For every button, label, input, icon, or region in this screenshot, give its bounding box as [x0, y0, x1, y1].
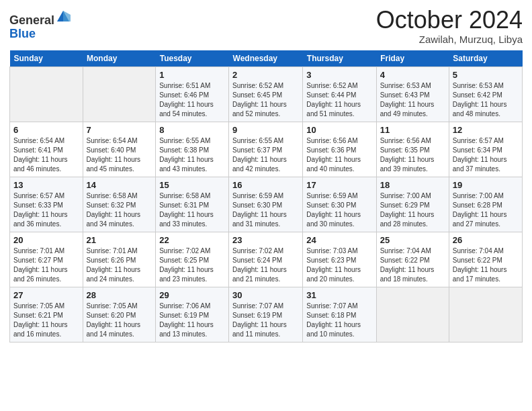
day-info: Sunrise: 7:02 AMSunset: 6:25 PMDaylight:… [159, 246, 225, 284]
header-friday: Friday [376, 50, 449, 67]
cell-w5-d6 [376, 287, 449, 342]
cell-w4-d5: 24Sunrise: 7:03 AMSunset: 6:23 PMDayligh… [303, 232, 376, 287]
logo-blue-text: Blue [9, 27, 36, 40]
day-info: Sunrise: 6:52 AMSunset: 6:45 PMDaylight:… [232, 81, 299, 119]
day-number: 31 [306, 290, 372, 300]
day-info: Sunrise: 6:55 AMSunset: 6:38 PMDaylight:… [159, 136, 225, 174]
cell-w2-d7: 12Sunrise: 6:57 AMSunset: 6:34 PMDayligh… [449, 122, 522, 177]
day-info: Sunrise: 6:59 AMSunset: 6:30 PMDaylight:… [232, 191, 299, 229]
day-number: 21 [87, 235, 152, 245]
cell-w3-d1: 13Sunrise: 6:57 AMSunset: 6:33 PMDayligh… [10, 177, 83, 232]
cell-w3-d7: 19Sunrise: 7:00 AMSunset: 6:28 PMDayligh… [449, 177, 522, 232]
day-info: Sunrise: 7:00 AMSunset: 6:29 PMDaylight:… [380, 191, 445, 229]
cell-w5-d5: 31Sunrise: 7:07 AMSunset: 6:18 PMDayligh… [303, 287, 376, 342]
header-saturday: Saturday [449, 50, 522, 67]
cell-w2-d3: 8Sunrise: 6:55 AMSunset: 6:38 PMDaylight… [156, 122, 229, 177]
day-number: 7 [87, 125, 152, 135]
cell-w2-d4: 9Sunrise: 6:55 AMSunset: 6:37 PMDaylight… [229, 122, 303, 177]
cell-w3-d4: 16Sunrise: 6:59 AMSunset: 6:30 PMDayligh… [229, 177, 303, 232]
logo-general-text: General [9, 13, 54, 27]
day-number: 18 [380, 180, 445, 190]
cell-w1-d2 [83, 66, 156, 122]
day-info: Sunrise: 6:56 AMSunset: 6:35 PMDaylight:… [380, 136, 445, 174]
day-number: 8 [159, 125, 225, 135]
day-info: Sunrise: 7:01 AMSunset: 6:27 PMDaylight:… [13, 246, 79, 284]
logo-icon [56, 9, 71, 24]
weekday-header-row: Sunday Monday Tuesday Wednesday Thursday… [10, 50, 523, 67]
cell-w3-d5: 17Sunrise: 6:59 AMSunset: 6:30 PMDayligh… [303, 177, 376, 232]
day-info: Sunrise: 6:57 AMSunset: 6:33 PMDaylight:… [13, 191, 79, 229]
day-number: 26 [453, 235, 519, 245]
day-number: 16 [232, 180, 299, 190]
day-info: Sunrise: 6:58 AMSunset: 6:31 PMDaylight:… [159, 191, 225, 229]
day-info: Sunrise: 7:07 AMSunset: 6:18 PMDaylight:… [306, 302, 372, 339]
day-info: Sunrise: 6:55 AMSunset: 6:37 PMDaylight:… [232, 136, 299, 174]
cell-w1-d3: 1Sunrise: 6:51 AMSunset: 6:46 PMDaylight… [156, 66, 229, 122]
header-sunday: Sunday [10, 50, 83, 67]
cell-w2-d5: 10Sunrise: 6:56 AMSunset: 6:36 PMDayligh… [303, 122, 376, 177]
day-number: 4 [380, 70, 445, 80]
day-number: 25 [380, 235, 445, 245]
day-info: Sunrise: 6:52 AMSunset: 6:44 PMDaylight:… [306, 81, 372, 119]
day-info: Sunrise: 6:53 AMSunset: 6:43 PMDaylight:… [380, 81, 445, 119]
location: Zawilah, Murzuq, Libya [376, 34, 523, 45]
logo: General Blue [9, 9, 71, 41]
day-number: 9 [232, 125, 299, 135]
cell-w5-d4: 30Sunrise: 7:07 AMSunset: 6:19 PMDayligh… [229, 287, 303, 342]
day-info: Sunrise: 6:54 AMSunset: 6:40 PMDaylight:… [87, 136, 152, 174]
day-number: 28 [87, 290, 152, 300]
cell-w3-d2: 14Sunrise: 6:58 AMSunset: 6:32 PMDayligh… [83, 177, 156, 232]
day-info: Sunrise: 6:58 AMSunset: 6:32 PMDaylight:… [87, 191, 152, 229]
cell-w5-d3: 29Sunrise: 7:06 AMSunset: 6:19 PMDayligh… [156, 287, 229, 342]
day-number: 11 [380, 125, 445, 135]
day-number: 13 [13, 180, 79, 190]
day-number: 1 [159, 70, 225, 80]
cell-w2-d1: 6Sunrise: 6:54 AMSunset: 6:41 PMDaylight… [10, 122, 83, 177]
week-row-3: 13Sunrise: 6:57 AMSunset: 6:33 PMDayligh… [10, 177, 523, 232]
day-number: 17 [306, 180, 372, 190]
day-info: Sunrise: 7:06 AMSunset: 6:19 PMDaylight:… [159, 302, 225, 339]
day-number: 27 [13, 290, 79, 300]
day-info: Sunrise: 6:56 AMSunset: 6:36 PMDaylight:… [306, 136, 372, 174]
header-monday: Monday [83, 50, 156, 67]
header-wednesday: Wednesday [229, 50, 303, 67]
week-row-1: 1Sunrise: 6:51 AMSunset: 6:46 PMDaylight… [10, 66, 523, 122]
day-number: 12 [453, 125, 519, 135]
header: General Blue October 2024 Zawilah, Murzu… [9, 7, 523, 45]
day-info: Sunrise: 7:01 AMSunset: 6:26 PMDaylight:… [87, 246, 152, 284]
day-info: Sunrise: 7:05 AMSunset: 6:20 PMDaylight:… [87, 302, 152, 339]
day-number: 20 [13, 235, 79, 245]
cell-w1-d5: 3Sunrise: 6:52 AMSunset: 6:44 PMDaylight… [303, 66, 376, 122]
day-info: Sunrise: 6:53 AMSunset: 6:42 PMDaylight:… [453, 81, 519, 119]
calendar-table: Sunday Monday Tuesday Wednesday Thursday… [9, 50, 523, 342]
cell-w2-d6: 11Sunrise: 6:56 AMSunset: 6:35 PMDayligh… [376, 122, 449, 177]
cell-w3-d3: 15Sunrise: 6:58 AMSunset: 6:31 PMDayligh… [156, 177, 229, 232]
day-info: Sunrise: 7:03 AMSunset: 6:23 PMDaylight:… [306, 246, 372, 284]
svg-marker-1 [63, 11, 71, 21]
cell-w4-d4: 23Sunrise: 7:02 AMSunset: 6:24 PMDayligh… [229, 232, 303, 287]
cell-w1-d1 [10, 66, 83, 122]
day-info: Sunrise: 7:04 AMSunset: 6:22 PMDaylight:… [380, 246, 445, 284]
cell-w3-d6: 18Sunrise: 7:00 AMSunset: 6:29 PMDayligh… [376, 177, 449, 232]
cell-w4-d3: 22Sunrise: 7:02 AMSunset: 6:25 PMDayligh… [156, 232, 229, 287]
cell-w1-d4: 2Sunrise: 6:52 AMSunset: 6:45 PMDaylight… [229, 66, 303, 122]
cell-w1-d7: 5Sunrise: 6:53 AMSunset: 6:42 PMDaylight… [449, 66, 522, 122]
day-number: 19 [453, 180, 519, 190]
day-info: Sunrise: 6:59 AMSunset: 6:30 PMDaylight:… [306, 191, 372, 229]
day-number: 30 [232, 290, 299, 300]
day-number: 15 [159, 180, 225, 190]
week-row-5: 27Sunrise: 7:05 AMSunset: 6:21 PMDayligh… [10, 287, 523, 342]
header-tuesday: Tuesday [156, 50, 229, 67]
day-info: Sunrise: 7:07 AMSunset: 6:19 PMDaylight:… [232, 302, 299, 339]
cell-w2-d2: 7Sunrise: 6:54 AMSunset: 6:40 PMDaylight… [83, 122, 156, 177]
day-number: 5 [453, 70, 519, 80]
week-row-2: 6Sunrise: 6:54 AMSunset: 6:41 PMDaylight… [10, 122, 523, 177]
week-row-4: 20Sunrise: 7:01 AMSunset: 6:27 PMDayligh… [10, 232, 523, 287]
header-thursday: Thursday [303, 50, 376, 67]
day-number: 3 [306, 70, 372, 80]
day-info: Sunrise: 7:04 AMSunset: 6:22 PMDaylight:… [453, 246, 519, 284]
cell-w4-d6: 25Sunrise: 7:04 AMSunset: 6:22 PMDayligh… [376, 232, 449, 287]
day-info: Sunrise: 6:57 AMSunset: 6:34 PMDaylight:… [453, 136, 519, 174]
day-info: Sunrise: 6:54 AMSunset: 6:41 PMDaylight:… [13, 136, 79, 174]
day-number: 6 [13, 125, 79, 135]
